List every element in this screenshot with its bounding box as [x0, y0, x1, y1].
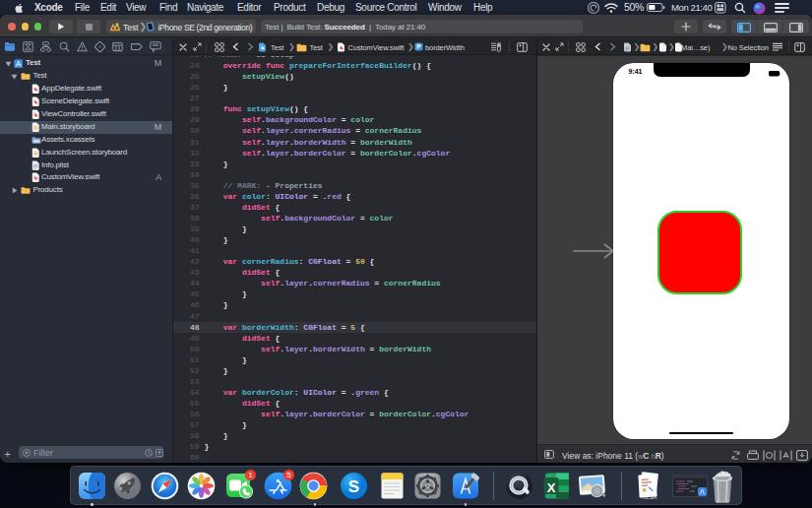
svg-text:XLSX: XLSX	[642, 494, 656, 500]
svg-text:X: X	[546, 480, 555, 495]
svg-text:P: P	[416, 43, 421, 50]
svg-text:S: S	[348, 477, 359, 496]
